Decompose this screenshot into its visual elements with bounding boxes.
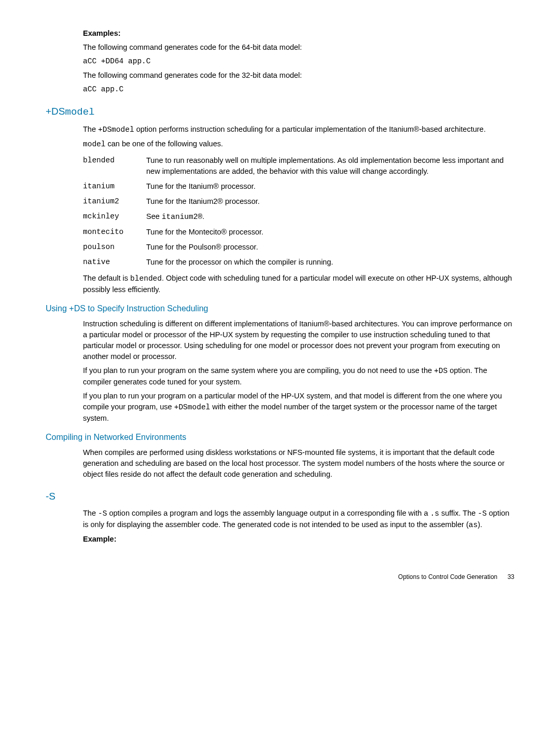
s-p1-code4: as xyxy=(469,521,478,529)
s-example-heading: Example: xyxy=(83,534,514,545)
desc-itanium2: Tune for the Itanium2® processor. xyxy=(146,194,514,209)
examples-line2: The following command generates code for… xyxy=(83,70,514,81)
term-itanium2: itanium2 xyxy=(83,194,146,209)
term-itanium: itanium xyxy=(83,179,146,194)
model-table: blended Tune to run reasonably well on m… xyxy=(83,153,514,270)
table-row: native Tune for the processor on which t… xyxy=(83,255,514,270)
examples-code1: aCC +DD64 app.C xyxy=(83,56,514,67)
dsmodel-default-code: blended xyxy=(130,274,162,283)
dsmodel-intro-code: +DSmodel xyxy=(98,126,134,134)
dsmodel-default-prefix: The default is xyxy=(83,274,130,282)
table-row: mckinley See itanium2®. xyxy=(83,209,514,225)
dsmodel-model-intro-rest: can be one of the following values. xyxy=(106,140,223,148)
using-ds-p2-code: +DS xyxy=(434,367,447,375)
table-row: montecito Tune for the Montecito® proces… xyxy=(83,225,514,240)
examples-line1: The following command generates code for… xyxy=(83,42,514,53)
desc-mckinley: See itanium2®. xyxy=(146,209,514,225)
dsmodel-intro: The +DSmodel option performs instruction… xyxy=(83,124,514,135)
using-ds-p2-prefix: If you plan to run your program on the s… xyxy=(83,366,434,375)
dsmodel-intro-rest: option performs instruction scheduling f… xyxy=(134,125,486,133)
using-ds-p1: Instruction scheduling is different on d… xyxy=(83,319,514,362)
s-option-p1: The -S option compiles a program and log… xyxy=(83,508,514,531)
dsmodel-default: The default is blended. Object code with… xyxy=(83,273,514,295)
s-p1-code3: -S xyxy=(478,509,486,518)
dsmodel-heading-mono: model xyxy=(65,106,95,118)
desc-poulson: Tune for the Poulson® processor. xyxy=(146,240,514,255)
desc-native: Tune for the processor on which the comp… xyxy=(146,255,514,270)
term-native: native xyxy=(83,255,146,270)
term-montecito: montecito xyxy=(83,225,146,240)
dsmodel-heading: +DSmodel xyxy=(46,104,514,120)
table-row: itanium Tune for the Itanium® processor. xyxy=(83,179,514,194)
table-row: poulson Tune for the Poulson® processor. xyxy=(83,240,514,255)
desc-mckinley-code: itanium2® xyxy=(162,213,202,221)
s-p1-mid1: option compiles a program and logs the a… xyxy=(107,509,430,517)
dsmodel-heading-prefix: +DS xyxy=(46,106,65,117)
using-ds-heading: Using +DS to Specify Instruction Schedul… xyxy=(46,302,514,314)
dsmodel-intro-prefix: The xyxy=(83,125,98,133)
desc-montecito: Tune for the Montecito® processor. xyxy=(146,225,514,240)
s-p1-suffix: ). xyxy=(478,520,482,529)
desc-mckinley-suffix: . xyxy=(202,212,204,220)
s-p1-code1: -S xyxy=(98,509,107,518)
table-row: itanium2 Tune for the Itanium2® processo… xyxy=(83,194,514,209)
footer-page: 33 xyxy=(508,573,514,581)
s-option-heading: -S xyxy=(46,489,514,504)
dsmodel-model-intro-code: model xyxy=(83,140,106,148)
desc-blended: Tune to run reasonably well on multiple … xyxy=(146,153,514,179)
footer-text: Options to Control Code Generation xyxy=(398,573,497,581)
networked-p1: When compiles are performed using diskle… xyxy=(83,447,514,480)
dsmodel-model-intro: model can be one of the following values… xyxy=(83,139,514,150)
s-p1-code2: .s xyxy=(430,509,439,518)
desc-itanium: Tune for the Itanium® processor. xyxy=(146,179,514,194)
term-mckinley: mckinley xyxy=(83,209,146,225)
using-ds-p3: If you plan to run your program on a par… xyxy=(83,391,514,424)
desc-mckinley-prefix: See xyxy=(146,212,162,220)
term-poulson: poulson xyxy=(83,240,146,255)
table-row: blended Tune to run reasonably well on m… xyxy=(83,153,514,179)
s-p1-mid2: suffix. The xyxy=(439,509,478,517)
term-blended: blended xyxy=(83,153,146,179)
using-ds-p2: If you plan to run your program on the s… xyxy=(83,365,514,388)
networked-heading: Compiling in Networked Environments xyxy=(46,431,514,443)
page-footer: Options to Control Code Generation 33 xyxy=(46,573,514,582)
s-p1-prefix: The xyxy=(83,509,98,517)
examples-heading: Examples: xyxy=(83,28,514,39)
using-ds-p3-code: +DSmodel xyxy=(174,403,211,411)
examples-code2: aCC app.C xyxy=(83,84,514,95)
